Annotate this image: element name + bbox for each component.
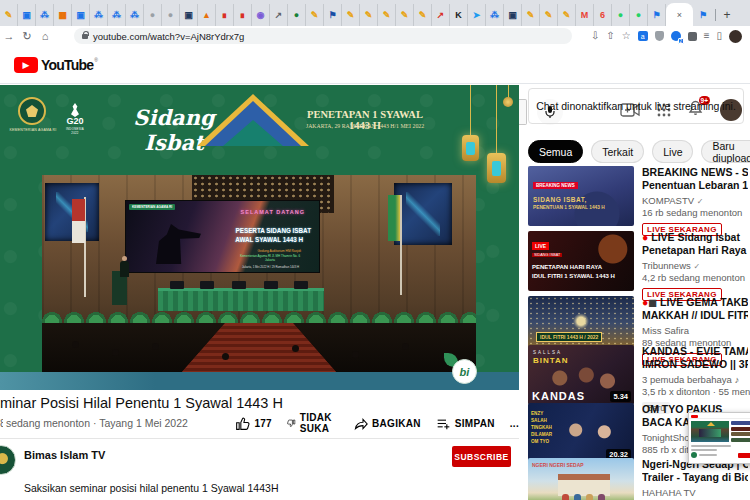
lantern-knob [503,97,513,107]
save-button[interactable]: SIMPAN [436,416,495,431]
recommended-video-row[interactable]: SALLSA BINTAN KANDAS 5.34 KANDAS - EVIE … [528,345,748,407]
playlist-extension-icon[interactable]: ≡ [704,31,710,41]
browser-tab[interactable]: ✎ [342,4,360,26]
share-button[interactable]: BAGIKAN [353,416,421,431]
address-bar[interactable]: youtube.com/watch?v=AjN8rYdrx7g [74,28,572,44]
browser-tab[interactable]: ⁂ [108,4,126,26]
video-title[interactable]: ● LIVE Sidang Isbat [642,231,748,244]
youtube-logo[interactable]: ▶ YouTube ® [14,57,98,73]
translate-icon[interactable]: a [638,31,648,41]
tab-close-icon[interactable]: × [677,10,682,20]
browser-tab[interactable]: ✎ [396,4,414,26]
screenshot-preview-overlay[interactable] [688,412,750,464]
browser-tab[interactable]: ◉ [252,4,270,26]
channel-name[interactable]: Tribunnews ✓ [642,260,748,271]
side-panel-icon[interactable]: ▯ [716,31,722,41]
browser-tab[interactable]: ⁂ [36,4,54,26]
browser-tab[interactable]: ▣ [504,4,522,26]
subscribe-button[interactable]: SUBSCRIBE [452,446,511,467]
channel-name[interactable]: 3 pemuda berbahaya ♪ [642,374,748,385]
browser-tab[interactable]: ↗ [432,4,450,26]
browser-tab[interactable]: 6 [594,4,612,26]
kaaba-icon: ◼ [648,296,657,308]
browser-tab[interactable]: M [576,4,594,26]
reload-icon[interactable]: ↻ [18,30,36,43]
channel-name[interactable]: Bimas Islam TV [24,449,105,461]
tab-favicon-icon: ⁂ [130,11,139,20]
video-player[interactable]: KEMENTERIAN AGAMA RI G20 INDONESIA 2022 … [0,85,519,390]
browser-tab[interactable]: ✎ [306,4,324,26]
extension-badge-count: 2 [678,38,684,44]
browser-tab[interactable]: ▲ [198,4,216,26]
video-title[interactable]: ●◼ LIVE GEMA TAKBIR [642,296,748,309]
video-title[interactable]: KANDAS - EVIE TAMALA & [642,345,748,358]
browser-tab[interactable]: ⁂ [90,4,108,26]
browser-profile-avatar[interactable] [729,30,742,43]
dislike-button[interactable]: TIDAK SUKA [287,412,338,434]
browser-tab[interactable]: ✎ [522,4,540,26]
browser-tab[interactable]: ✎ [378,4,396,26]
audience-area [42,323,476,372]
divider [0,438,519,439]
browser-tab[interactable]: ▣ [18,4,36,26]
browser-tab[interactable]: K [450,4,468,26]
tab-favicon-icon: ✎ [383,11,391,20]
tab-favicon-icon: ↗ [275,11,283,20]
browser-tab[interactable]: ● [288,4,306,26]
active-tab[interactable]: × [666,3,693,26]
channel-avatar[interactable] [0,445,16,475]
install-icon[interactable]: ⇩ [591,31,599,41]
url-text[interactable]: youtube.com/watch?v=AjN8rYdrx7g [93,31,244,42]
browser-tab[interactable]: ✎ [0,4,18,26]
browser-tab[interactable]: ⚑ [693,4,713,26]
browser-tab[interactable]: ✎ [414,4,432,26]
channel-name[interactable]: HAHAHA TV [642,487,748,498]
share-icon[interactable]: ⇧ [606,31,614,41]
recommended-video-row[interactable]: BREAKING NEWS SIDANG ISBAT, PENENTUAN 1 … [528,166,748,228]
chip-semua[interactable]: Semua [528,140,583,163]
tab-favicon-icon: ◉ [257,11,265,20]
browser-tab[interactable]: ● [612,4,630,26]
extension-badge-icon[interactable]: 2 [671,31,681,41]
browser-tab[interactable]: ✎ [540,4,558,26]
browser-tab[interactable]: ⁂ [486,4,504,26]
recommended-video-row[interactable]: NGERI NGERI SEDAP Ngeri-Ngeri Sedap | Of… [528,458,748,500]
browser-tab[interactable]: ↗ [270,4,288,26]
browser-tab[interactable]: ● [630,4,648,26]
bookmark-star-icon[interactable]: ☆ [622,31,631,41]
browser-tab[interactable]: ● [144,4,162,26]
more-actions-button[interactable]: ... [510,418,519,429]
channel-name[interactable]: Miss Safira [642,325,748,336]
browser-tab[interactable]: ⚑ [648,4,666,26]
chip-terkait[interactable]: Terkait [591,140,644,163]
browser-tab[interactable]: ▣ [72,4,90,26]
video-thumbnail[interactable]: LIVE SIDANG ISBAT PENETAPAN HARI RAYA ID… [528,231,634,291]
browser-tab[interactable]: ∎ [216,4,234,26]
browser-tab[interactable]: ✎ [360,4,378,26]
browser-tab[interactable]: ∎ [234,4,252,26]
browser-tab[interactable]: ⚑ [324,4,342,26]
browser-tab[interactable]: ➤ [468,4,486,26]
browser-tab[interactable]: ● [162,4,180,26]
browser-tab[interactable]: ⁂ [126,4,144,26]
video-thumbnail[interactable]: BREAKING NEWS SIDANG ISBAT, PENENTUAN 1 … [528,166,634,226]
home-icon[interactable]: ⌂ [36,30,54,42]
browser-tab[interactable]: ▦ [54,4,72,26]
recommended-video-row[interactable]: LIVE SIDANG ISBAT PENETAPAN HARI RAYA ID… [528,231,748,293]
video-thumbnail[interactable]: NGERI NGERI SEDAP [528,458,634,500]
chip-baru-diupload[interactable]: Baru diupload [701,140,750,163]
shield-extension-icon[interactable] [655,31,664,41]
video-title[interactable]: BREAKING NEWS - Sidang Isbat [642,166,748,179]
video-thumbnail[interactable]: ENZY SALAH TINGKAH DILAMAR OM TYO 20.32 [528,403,634,463]
video-thumbnail[interactable]: SALLSA BINTAN KANDAS 5.34 [528,345,634,405]
chip-live[interactable]: Live [652,140,693,163]
like-button[interactable]: 177 [235,416,272,431]
browser-tab[interactable]: ✎ [558,4,576,26]
puzzle-extensions-icon[interactable] [688,32,697,41]
verified-icon: ✓ [697,197,704,206]
new-tab-button[interactable]: + [718,6,736,24]
lantern-string [470,85,471,137]
browser-tab[interactable]: ▣ [180,4,198,26]
forward-icon[interactable]: → [0,30,18,42]
channel-name[interactable]: KOMPASTV ✓ [642,195,748,206]
